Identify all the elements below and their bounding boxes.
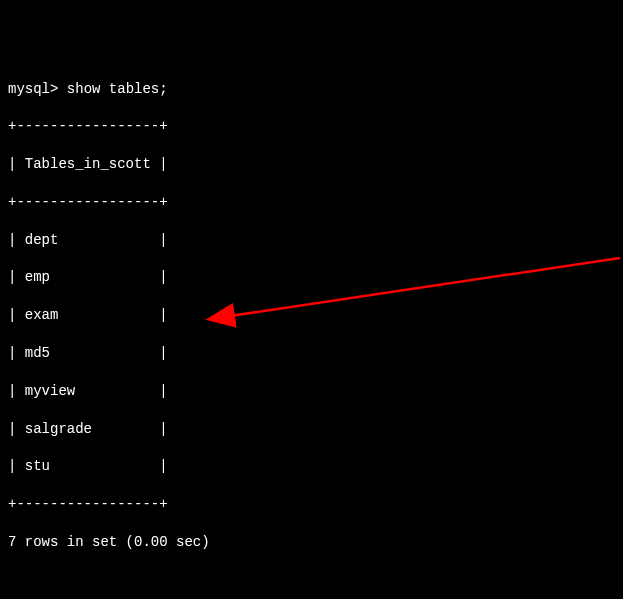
- sql-command: show tables;: [67, 81, 168, 97]
- table-row: | emp |: [8, 268, 615, 287]
- table-row: | salgrade |: [8, 420, 615, 439]
- table-border: +-----------------+: [8, 495, 615, 514]
- table-header: | Tables_in_scott |: [8, 155, 615, 174]
- result-footer: 7 rows in set (0.00 sec): [8, 533, 615, 552]
- table-border: +-----------------+: [8, 193, 615, 212]
- table-row: | md5 |: [8, 344, 615, 363]
- command-line: mysql> show tables;: [8, 80, 615, 99]
- table-row: | dept |: [8, 231, 615, 250]
- table-border: +-----------------+: [8, 117, 615, 136]
- table-row: | myview |: [8, 382, 615, 401]
- table-row: | stu |: [8, 457, 615, 476]
- table-row: | exam |: [8, 306, 615, 325]
- mysql-prompt: mysql>: [8, 81, 58, 97]
- blank-line: [8, 571, 615, 590]
